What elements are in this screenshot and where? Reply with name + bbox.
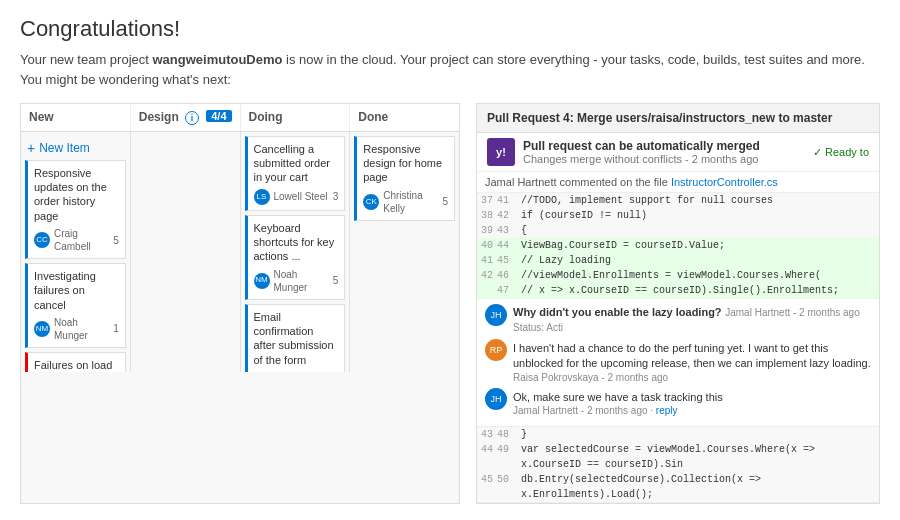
pr-file-comment: Jamal Hartnett commented on the file Ins… <box>477 172 879 193</box>
kanban-col-doing: Cancelling a submitted order in your car… <box>241 132 351 372</box>
col-header-doing: Doing <box>241 104 351 131</box>
code-line: 3943{ <box>477 223 879 238</box>
comment-item: JH Ok, make sure we have a task tracking… <box>485 388 871 416</box>
avatar: LS <box>254 189 270 205</box>
comment-item: JH Why didn't you enable the lazy loadin… <box>485 304 871 334</box>
pr-changes: Changes merge without conflicts - 2 mont… <box>523 153 760 165</box>
pr-subheader: y! Pull request can be automatically mer… <box>477 133 879 172</box>
bottom-right: Regardless of your preference - centrali… <box>476 516 880 520</box>
col-header-design: Design i4/4 <box>131 104 241 131</box>
commenter-avatar: JH <box>485 304 507 326</box>
list-item: Keyboard shortcuts for key actions ... N… <box>245 215 346 300</box>
kanban-board: New Design i4/4 Doing Done + New Item Re… <box>20 103 460 504</box>
pr-info: Pull request can be automatically merged… <box>523 139 760 165</box>
main-panels: New Design i4/4 Doing Done + New Item Re… <box>20 103 880 504</box>
project-name: wangweimutouDemo <box>152 52 282 67</box>
comment-thread: JH Why didn't you enable the lazy loadin… <box>477 299 879 427</box>
comment-item: RP I haven't had a chance to do the perf… <box>485 339 871 383</box>
code-line: 4246 //viewModel.Enrollments = viewModel… <box>477 268 879 283</box>
col-header-new: New <box>21 104 131 131</box>
avatar: NM <box>254 273 270 289</box>
commenter-avatar: RP <box>485 339 507 361</box>
kanban-header: New Design i4/4 Doing Done <box>21 104 459 132</box>
code-description: Regardless of your preference - centrali… <box>476 516 880 520</box>
list-item: Investigating failures on cancel NM Noah… <box>25 263 126 348</box>
list-item: Responsive design for home page CK Chris… <box>354 136 455 221</box>
pr-panel: Pull Request 4: Merge users/raisa/instru… <box>476 103 880 504</box>
intro-paragraph: Your new team project wangweimutouDemo i… <box>20 50 880 89</box>
kanban-col-done: Responsive design for home page CK Chris… <box>350 132 459 372</box>
bottom-section: Get organized fast with the kanban board… <box>20 516 880 520</box>
kanban-col-design <box>131 132 241 372</box>
new-item-button[interactable]: + New Item <box>25 136 126 160</box>
avatar: CK <box>363 194 379 210</box>
list-item: Failures on load of shopping cart page o… <box>25 352 126 372</box>
code-line: 3741//TODO, implement support for null c… <box>477 193 879 208</box>
design-badge: 4/4 <box>206 110 231 122</box>
pr-title: Pull Request 4: Merge users/raisa/instru… <box>477 104 879 133</box>
avatar: NM <box>34 321 50 337</box>
pr-ready-status: ✓ Ready to <box>813 146 869 159</box>
intro-prefix: Your new team project <box>20 52 152 67</box>
code-line: 3842if (courseID != null) <box>477 208 879 223</box>
code-line: 47 // x => x.CourseID == courseID).Singl… <box>477 283 879 298</box>
extra-code: 4348} 4449var selectedCourse = viewModel… <box>477 427 879 503</box>
list-item: Email confirmation after submission of t… <box>245 304 346 372</box>
code-line: 4449var selectedCourse = viewModel.Cours… <box>477 442 879 472</box>
file-link[interactable]: InstructorController.cs <box>671 176 778 188</box>
reply-link[interactable]: reply <box>656 405 678 416</box>
check-icon: ✓ <box>813 146 822 159</box>
kanban-description: Get organized fast with the kanban board… <box>20 516 460 520</box>
page-title: Congratulations! <box>20 16 880 42</box>
list-item: Responsive updates on the order history … <box>25 160 126 259</box>
kanban-body: + New Item Responsive updates on the ord… <box>21 132 459 372</box>
list-item: Cancelling a submitted order in your car… <box>245 136 346 211</box>
commenter-avatar: JH <box>485 388 507 410</box>
avatar: CC <box>34 232 50 248</box>
info-icon: i <box>185 111 199 125</box>
pr-avatar: y! <box>487 138 515 166</box>
code-line: 4044 ViewBag.CourseID = courseID.Value; <box>477 238 879 253</box>
kanban-col-new: + New Item Responsive updates on the ord… <box>21 132 131 372</box>
code-line: 4550 db.Entry(selectedCourse).Collection… <box>477 472 879 502</box>
code-diff: 3741//TODO, implement support for null c… <box>477 193 879 299</box>
new-item-label: New Item <box>39 141 90 155</box>
code-line: 4145 // Lazy loading <box>477 253 879 268</box>
col-header-done: Done <box>350 104 459 131</box>
plus-icon: + <box>27 140 35 156</box>
pr-merge-msg: Pull request can be automatically merged <box>523 139 760 153</box>
bottom-left: Get organized fast with the kanban board… <box>20 516 460 520</box>
commented-by: Jamal Hartnett commented on the file <box>485 176 671 188</box>
code-line: 4348} <box>477 427 879 442</box>
